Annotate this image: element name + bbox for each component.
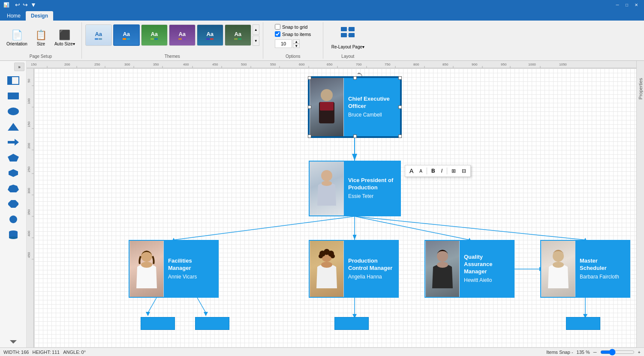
svg-text:150: 150 — [31, 63, 37, 66]
font-size-up-btn[interactable]: A — [407, 166, 416, 176]
snap-spinner-row: ▲ ▼ — [275, 39, 300, 48]
svg-marker-87 — [146, 312, 150, 316]
qa-dropdown[interactable]: ▼ — [29, 1, 38, 8]
themes-scroll-down[interactable]: ▼ — [253, 36, 259, 46]
fac-name: Annie Vicars — [168, 274, 214, 281]
svg-point-113 — [437, 262, 448, 268]
redo-btn[interactable]: ↪ — [21, 1, 29, 8]
partial-node-2[interactable] — [195, 317, 229, 330]
text-format-btn1[interactable]: ⊞ — [449, 167, 458, 175]
sidebar-collapse-btn[interactable]: » — [14, 63, 24, 71]
handle-br[interactable] — [398, 135, 402, 138]
zoom-minus-icon[interactable]: ─ — [593, 350, 597, 355]
svg-point-9 — [8, 108, 19, 115]
svg-point-112 — [437, 251, 448, 262]
themes-scroll-up[interactable]: ▲ — [253, 24, 259, 35]
snap-to-items-input[interactable] — [275, 31, 280, 37]
ceo-node[interactable]: Chief Executive Officer Bruce Cambell — [309, 77, 401, 137]
ribbon-group-layout: Re-Layout Page▾ Layout — [323, 22, 373, 59]
svg-text:150: 150 — [27, 121, 31, 127]
auto-size-btn[interactable]: ⬛ Auto Size▾ — [51, 27, 78, 48]
ribbon-group-options: Snap to grid Snap to items ▲ ▼ Options — [263, 22, 323, 59]
height-label: HEIGHT: — [32, 350, 51, 355]
ceo-photo — [310, 78, 344, 136]
partial-node-4[interactable] — [566, 317, 600, 330]
handle-bm[interactable] — [353, 135, 357, 138]
theme-6-btn[interactable]: Aa — [225, 24, 251, 46]
theme-4-btn[interactable]: Aa — [169, 24, 196, 46]
snap-to-grid-checkbox[interactable]: Snap to grid — [275, 24, 307, 30]
close-btn[interactable]: ✕ — [632, 1, 641, 8]
sidebar-hexagon-item[interactable] — [5, 166, 22, 180]
master-node[interactable]: Master Scheduler Barbara Faircloth — [540, 240, 630, 298]
handle-tl[interactable] — [308, 76, 311, 80]
maximize-btn[interactable]: □ — [623, 1, 631, 8]
relayout-btn[interactable]: Re-Layout Page▾ — [327, 24, 369, 51]
snap-to-grid-input[interactable] — [275, 24, 280, 30]
sidebar-panel-item[interactable] — [5, 73, 22, 88]
tab-home[interactable]: Home — [2, 11, 26, 21]
theme-2-btn[interactable]: Aa — [113, 24, 140, 46]
theme-1-btn[interactable]: Aa — [85, 24, 112, 46]
text-format-btn2[interactable]: ⊟ — [459, 167, 469, 175]
partial-node-3[interactable] — [334, 317, 369, 330]
font-size-down-btn[interactable]: A — [417, 168, 425, 175]
fac-node[interactable]: Facilities Manager Annie Vicars — [129, 240, 219, 298]
theme-3-btn[interactable]: Aa — [141, 24, 168, 46]
ribbon-group-themes: Aa Aa Aa — [82, 22, 263, 59]
hexagon-preview — [7, 168, 20, 178]
handle-mr[interactable] — [398, 105, 402, 109]
shapes-sidebar: » — [0, 61, 27, 347]
separator-1 — [427, 168, 427, 174]
prod-photo — [310, 241, 344, 297]
partial-node-1[interactable] — [141, 317, 175, 330]
orientation-btn[interactable]: 📄 Orientation — [3, 27, 30, 48]
svg-marker-20 — [10, 340, 17, 344]
sidebar-heptagon-item[interactable] — [5, 181, 22, 196]
vp-node[interactable]: Vice President of Production Essie Teter — [309, 161, 401, 216]
svg-text:650: 650 — [327, 63, 333, 66]
svg-text:250: 250 — [94, 63, 100, 66]
properties-panel[interactable]: Properties — [636, 61, 644, 347]
handle-tm[interactable] — [353, 76, 357, 80]
italic-btn[interactable]: I — [439, 167, 445, 175]
sidebar-pentagon-item[interactable] — [5, 150, 22, 165]
vp-text: Vice President of Production Essie Teter — [344, 162, 400, 215]
sidebar-triangle-item[interactable] — [5, 120, 22, 134]
svg-point-19 — [9, 236, 18, 239]
sidebar-ellipse-item[interactable] — [5, 104, 22, 119]
sidebar-cylinder-item[interactable] — [5, 227, 22, 242]
svg-text:200: 200 — [27, 143, 31, 149]
svg-line-79 — [174, 216, 355, 240]
size-label: Size — [37, 42, 45, 46]
sidebar-circle-item[interactable] — [5, 212, 22, 227]
prod-node[interactable]: Production Control Manager Angelia Hanna — [309, 240, 399, 298]
zoom-plus-icon[interactable]: + — [638, 350, 641, 355]
bold-btn[interactable]: B — [429, 167, 438, 175]
sidebar-scroll-down[interactable] — [9, 339, 18, 346]
qa-node[interactable]: Quality Assurance Manager Hewitt Aiello — [424, 240, 515, 298]
properties-label: Properties — [638, 78, 643, 99]
svg-marker-11 — [8, 139, 19, 146]
size-btn[interactable]: 📋 Size — [32, 27, 50, 48]
master-name: Barbara Faircloth — [580, 274, 625, 281]
theme-5-btn[interactable]: Aa — [197, 24, 223, 46]
svg-text:900: 900 — [472, 63, 478, 66]
undo-btn[interactable]: ↩ — [14, 1, 21, 8]
handle-bl[interactable] — [308, 135, 311, 138]
snap-value-input[interactable] — [275, 39, 292, 48]
layout-items: Re-Layout Page▾ — [327, 22, 369, 53]
sidebar-rect-item[interactable] — [5, 89, 22, 103]
tab-design[interactable]: Design — [26, 11, 53, 21]
handle-tr[interactable] — [398, 76, 402, 80]
minimize-btn[interactable]: ─ — [613, 1, 622, 8]
zoom-slider[interactable] — [600, 350, 635, 354]
svg-text:600: 600 — [299, 63, 305, 66]
sidebar-arrow-item[interactable] — [5, 135, 22, 150]
sidebar-octagon-item[interactable] — [5, 197, 22, 211]
spinner-down-btn[interactable]: ▼ — [293, 44, 300, 48]
handle-ml[interactable] — [308, 105, 311, 109]
canvas-area[interactable]: Chief Executive Officer Bruce Cambell A … — [34, 69, 636, 347]
spinner-up-btn[interactable]: ▲ — [293, 39, 300, 44]
snap-to-items-checkbox[interactable]: Snap to items — [275, 31, 311, 37]
